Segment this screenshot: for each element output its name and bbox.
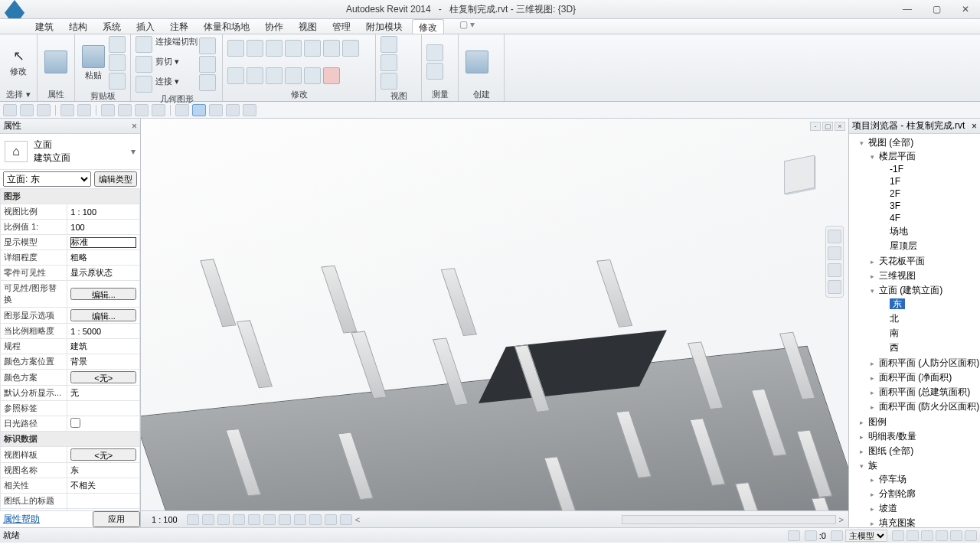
tab-体量和场地[interactable]: 体量和场地 [198, 19, 256, 34]
tab-附加模块[interactable]: 附加模块 [360, 19, 409, 34]
join-geom-icon[interactable] [136, 76, 152, 93]
close-icon[interactable]: × [132, 121, 137, 132]
design-options-icon[interactable] [831, 530, 843, 541]
close-button[interactable]: ✕ [951, 0, 980, 18]
split-icon[interactable] [266, 67, 283, 84]
prop-value[interactable] [67, 354, 140, 370]
tab-视图[interactable]: 视图 [292, 19, 323, 34]
trim-icon[interactable] [342, 40, 359, 57]
prop-button[interactable]: 编辑... [70, 309, 136, 321]
tab-插入[interactable]: 插入 [130, 19, 161, 34]
type-selector[interactable]: ⌂ 立面 建筑立面 ▾ [0, 134, 140, 170]
tree-family[interactable]: 填充图案 [871, 516, 980, 527]
prop-value[interactable] [67, 220, 140, 235]
unhide-icon[interactable] [381, 73, 397, 90]
unpin-icon[interactable] [304, 67, 321, 84]
tab-修改[interactable]: 修改 [412, 19, 444, 34]
rendering-icon[interactable] [248, 514, 260, 525]
prop-input[interactable] [70, 389, 136, 398]
save-icon[interactable] [20, 104, 34, 116]
prop-input[interactable] [70, 253, 136, 262]
geo-icon[interactable] [199, 74, 216, 91]
redo-icon[interactable] [77, 104, 91, 116]
prop-input[interactable] [70, 269, 136, 278]
reveal-icon[interactable] [325, 514, 337, 525]
tab-注释[interactable]: 注释 [164, 19, 194, 34]
mirror-icon[interactable] [285, 40, 302, 57]
prop-input[interactable] [70, 237, 136, 248]
prop-value[interactable] [67, 324, 140, 339]
editable-icon[interactable] [805, 530, 817, 541]
prop-checkbox[interactable] [70, 418, 80, 428]
prop-input[interactable] [70, 357, 136, 367]
tree-floor[interactable]: 2F [881, 187, 980, 200]
properties-button[interactable] [42, 51, 70, 73]
select-underlay-icon[interactable] [906, 530, 919, 541]
align-icon[interactable] [118, 104, 132, 116]
prop-value[interactable] [67, 401, 140, 416]
prop-value[interactable]: <无> [67, 370, 140, 386]
measure-icon[interactable] [426, 44, 443, 61]
tab-contextual[interactable]: ▢ ▾ [452, 19, 482, 34]
view-close-icon[interactable]: × [835, 122, 845, 131]
tree-elev[interactable]: 东 [881, 297, 980, 311]
prop-value[interactable] [67, 266, 140, 281]
plane-icon[interactable] [152, 104, 165, 116]
tree-elev[interactable]: 南 [881, 326, 980, 341]
offset-icon[interactable] [247, 67, 263, 84]
prop-value[interactable] [67, 204, 140, 220]
thin-lines-icon[interactable] [192, 104, 206, 116]
select-face-icon[interactable] [936, 530, 948, 541]
cut-geom-icon[interactable] [136, 56, 152, 73]
viewport[interactable]: - ▢ × 1 : 100 [141, 119, 848, 527]
array-icon[interactable] [304, 40, 321, 57]
copy-icon[interactable] [247, 40, 263, 57]
drag-icon[interactable] [950, 530, 962, 541]
instance-select[interactable]: 立面: 东 [3, 171, 91, 187]
pin-icon[interactable] [285, 67, 302, 84]
prop-input[interactable] [70, 404, 136, 413]
tree-floor[interactable]: -1F [881, 163, 980, 175]
wheel-icon[interactable] [828, 230, 841, 243]
text-icon[interactable] [135, 104, 149, 116]
analyt-icon[interactable] [340, 514, 352, 525]
prop-input[interactable] [70, 342, 136, 351]
help-link[interactable]: 属性帮助 [0, 511, 93, 527]
design-option-select[interactable]: 主模型 [845, 530, 887, 542]
tab-管理[interactable]: 管理 [326, 19, 357, 34]
geo-icon[interactable] [199, 37, 216, 54]
prop-value[interactable]: <无> [67, 447, 140, 463]
sun-path-icon[interactable] [217, 514, 230, 525]
prop-button[interactable]: <无> [70, 371, 136, 383]
tree-floor[interactable]: 4F [881, 212, 980, 224]
prop-input[interactable] [70, 207, 136, 217]
worksets-icon[interactable] [788, 530, 800, 541]
prop-value[interactable] [67, 494, 140, 509]
prop-value[interactable]: 编辑... [67, 308, 140, 324]
scale-icon[interactable] [323, 40, 340, 57]
open-icon[interactable] [3, 104, 17, 116]
prop-button[interactable]: 编辑... [70, 288, 136, 300]
prop-value[interactable] [67, 463, 140, 478]
tree-floor[interactable]: 场地 [881, 224, 980, 239]
tab-建筑[interactable]: 建筑 [29, 19, 60, 34]
unlock-icon[interactable] [294, 514, 306, 525]
select-links-icon[interactable] [892, 530, 904, 541]
switch-win-icon[interactable] [226, 104, 240, 116]
undo-icon[interactable] [60, 104, 74, 116]
h-scrollbar[interactable] [622, 515, 836, 524]
prop-input[interactable] [70, 223, 136, 232]
move-icon[interactable] [227, 40, 244, 57]
temp-hide-icon[interactable] [309, 514, 322, 525]
measure-icon[interactable] [101, 104, 115, 116]
apply-button[interactable]: 应用 [93, 511, 140, 527]
filter-icon[interactable] [965, 530, 977, 541]
modify-button[interactable]: ↖ 修改 [5, 47, 32, 77]
prop-value[interactable] [67, 250, 140, 266]
app-logo-icon[interactable] [5, 0, 24, 18]
delete-icon[interactable] [323, 67, 340, 84]
scale-display[interactable]: 1 : 100 [145, 515, 184, 524]
tree-family[interactable]: 坡道 [871, 501, 980, 516]
prop-input[interactable] [70, 497, 136, 506]
override-icon[interactable] [381, 54, 397, 71]
